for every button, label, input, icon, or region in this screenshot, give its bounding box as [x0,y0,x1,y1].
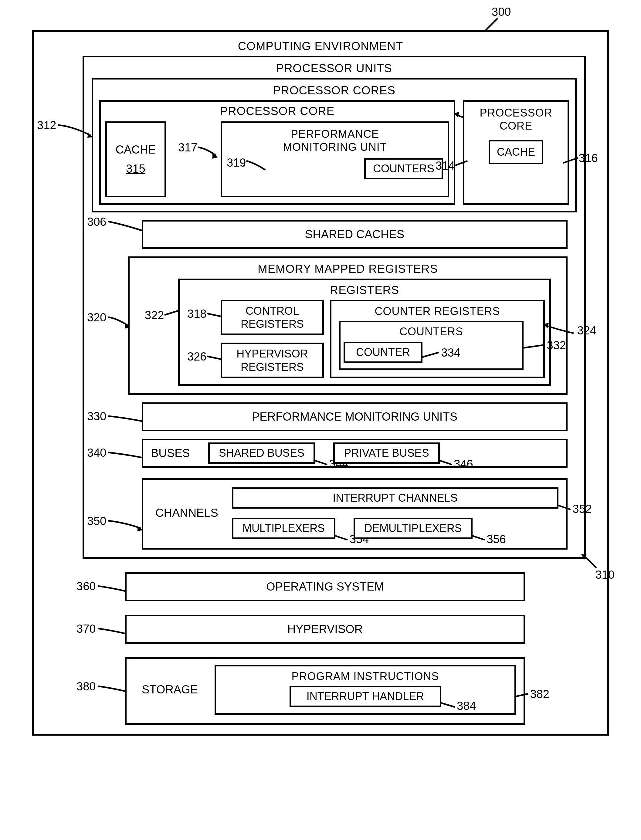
shared-caches-label: SHARED CACHES [305,228,404,241]
private-buses-label: PRIVATE BUSES [344,447,429,459]
leader-314 [455,159,470,171]
ref-384: 384 [457,700,476,713]
cache-label: CACHE [115,143,156,156]
leader-320 [108,317,131,329]
ref-322: 322 [145,309,164,322]
multiplexers: MULTIPLEXERS 354 [232,518,335,539]
computing-environment: COMPUTING ENVIRONMENT PROCESSOR UNITS PR… [32,31,609,735]
ref-340: 340 [87,446,106,459]
leader-317 [198,147,219,159]
intc-label: INTERRUPT CHANNELS [333,492,457,504]
buses: 340 BUSES SHARED BUSES 344 PRIVATE BUSES… [142,439,568,468]
svg-marker-7 [581,554,587,560]
performance-monitoring-units: PERFORMANCE MONITORING UNITS 330 [142,402,568,431]
core2-title: PROCESSORCORE [480,106,552,132]
leader-319 [246,161,268,173]
leader-340 [108,451,145,460]
hypervisor-registers: HYPERVISORREGISTERS 326 [221,343,324,378]
leader-354 [332,534,349,543]
leader-312 [58,125,95,140]
shared-buses: SHARED BUSES 344 [208,443,315,464]
pmu-title: PERFORMANCEMONITORING UNIT [227,127,443,154]
leader-306 [108,222,145,234]
ref-330: 330 [87,410,106,423]
ref-306: 306 [87,216,106,229]
interrupt-handler: INTERRUPT HANDLER 384 [290,686,441,707]
ref-356: 356 [486,533,506,546]
svg-marker-3 [454,112,459,117]
ref-319: 319 [227,156,246,169]
private-buses: PRIVATE BUSES 346 [333,443,440,464]
ref-332: 332 [547,339,566,352]
ref-318: 318 [187,307,206,320]
registers-title: REGISTERS [184,284,545,297]
processor-cores: PROCESSOR CORES 312 PROCESSOR CORE CACHE… [92,78,577,212]
program-instructions: PROGRAM INSTRUCTIONS 382 INTERRUPT HANDL… [214,665,516,714]
interrupt-channels: INTERRUPT CHANNELS 352 [232,488,559,509]
storage: 380 STORAGE PROGRAM INSTRUCTIONS 382 INT… [125,657,525,725]
svg-marker-6 [137,526,143,531]
ref-382: 382 [530,688,549,701]
leader-330 [108,415,145,424]
svg-marker-1 [87,133,93,138]
counters-label: COUNTERS [373,163,434,175]
channels-label: CHANNELS [151,488,223,539]
ref-346: 346 [454,458,473,471]
os-label: OPERATING SYSTEM [266,580,384,593]
processor-core-1: PROCESSOR CORE CACHE 315 317 PERFORMA [99,100,455,205]
demultiplexers: DEMULTIPLEXERS 356 [354,518,472,539]
cache2-label: CACHE [497,146,535,158]
ref-352: 352 [573,502,592,516]
leader-370 [98,627,128,636]
hyp-label: HYPERVISOR [287,623,363,636]
leader-310 [581,554,598,569]
leader-326 [207,353,224,362]
control-registers: CONTROLREGISTERS 318 [221,300,324,335]
ref-317: 317 [178,141,197,154]
ref-320: 320 [87,311,106,324]
performance-monitoring-unit: PERFORMANCEMONITORING UNIT 319 COUNTERS [221,121,449,197]
leader-344 [312,459,329,468]
channels: 350 CHANNELS INTERRUPT CHANNELS 352 MULT… [142,478,568,550]
ref-310: 310 [596,568,615,581]
program-title: PROGRAM INSTRUCTIONS [222,670,508,683]
svg-marker-5 [543,323,549,328]
ref-324: 324 [577,324,596,337]
ref-315: 315 [126,163,145,175]
demux-label: DEMULTIPLEXERS [364,522,462,535]
env-title: COMPUTING ENVIRONMENT [43,40,598,53]
leader-322 [164,309,181,320]
ref-380: 380 [76,680,96,693]
storage-label: STORAGE [134,665,206,714]
counter-334: COUNTER 334 [343,342,422,363]
mmr-title: MEMORY MAPPED REGISTERS [136,262,560,275]
cache-316: CACHE [489,140,543,164]
ref-360: 360 [76,580,96,593]
leader-382 [513,691,530,700]
ref-316: 316 [579,152,598,165]
ctr-regs-title: COUNTER REGISTERS [336,305,539,318]
leader-384 [438,701,456,710]
pmu-bar-label: PERFORMANCE MONITORING UNITS [252,410,457,423]
operating-system: OPERATING SYSTEM 360 [125,572,525,601]
svg-marker-4 [125,324,130,329]
registers: REGISTERS 322 CONTROLREGISTERS 318 [178,278,551,386]
proc-units-title: PROCESSOR UNITS [89,62,580,75]
memory-mapped-registers: MEMORY MAPPED REGISTERS 320 REGISTERS 32… [128,256,568,395]
leader-352 [556,504,572,513]
mux-label: MULTIPLEXERS [243,522,325,535]
shared-buses-label: SHARED BUSES [219,447,304,459]
leader-318 [207,311,224,320]
cache-315: CACHE 315 [105,121,166,197]
svg-marker-2 [213,154,218,159]
counters2-title: COUNTERS [343,325,519,338]
handler-label: INTERRUPT HANDLER [306,690,424,703]
leader-316 [562,156,580,166]
hypervisor: HYPERVISOR 370 [125,615,525,644]
counter-label: COUNTER [356,346,410,359]
ref-326: 326 [187,350,206,363]
leader-380 [98,685,128,694]
leader-350 [108,519,145,531]
core1-title: PROCESSOR CORE [101,105,454,118]
counters-332: COUNTERS 332 COUNTER 334 [339,321,523,370]
